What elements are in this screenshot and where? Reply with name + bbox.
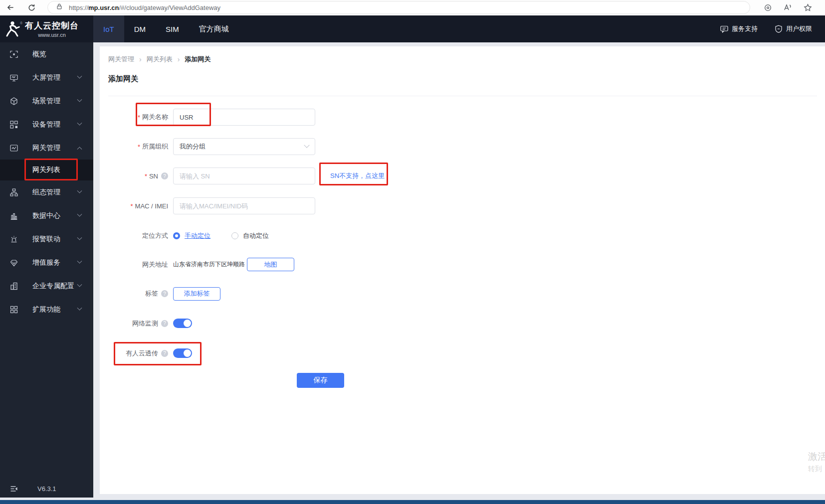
extend-icon xyxy=(10,306,18,314)
refresh-icon[interactable] xyxy=(26,2,37,13)
tags-label: 标签? xyxy=(100,289,173,298)
back-icon[interactable] xyxy=(5,2,16,13)
top-navbar: ® 有人云控制台 www.usr.cn IoT DM SIM 官方商城 服务支持… xyxy=(0,15,825,42)
usr-person-icon xyxy=(5,20,21,37)
sidebar-item-screen-mgmt[interactable]: 大屏管理 xyxy=(0,66,93,89)
shield-icon xyxy=(775,25,783,33)
tab-sim[interactable]: SIM xyxy=(156,15,189,42)
sidebar-item-label: 场景管理 xyxy=(32,97,60,106)
sidebar-item-label: 组态管理 xyxy=(32,188,60,197)
hmi-icon xyxy=(10,188,18,196)
sidebar-item-overview[interactable]: 概览 xyxy=(0,42,93,66)
chevron-down-icon xyxy=(77,188,82,193)
mac-imei-input[interactable] xyxy=(173,197,315,214)
chevron-up-icon xyxy=(77,147,82,152)
sidebar-item-gateway-list-active[interactable]: 网关列表 xyxy=(0,160,93,180)
tab-iot[interactable]: IoT xyxy=(93,15,124,42)
cloud-passthrough-help-icon[interactable]: ? xyxy=(161,350,168,357)
network-monitor-toggle-on[interactable] xyxy=(173,319,192,328)
scene-icon xyxy=(10,97,18,105)
network-monitor-help-icon[interactable]: ? xyxy=(161,320,168,327)
organization-select[interactable]: 我的分组 xyxy=(173,138,315,155)
sidebar-item-enterprise-config[interactable]: 企业专属配置 xyxy=(0,274,93,298)
sidebar: 概览 大屏管理 场景管理 设备管理 网关管理 网关列表 组态管理 xyxy=(0,42,93,498)
sidebar-item-extended-features[interactable]: 扩展功能 xyxy=(0,298,93,321)
favorite-star-icon[interactable] xyxy=(802,2,813,13)
header-divider xyxy=(108,96,817,96)
breadcrumb-gateway-list[interactable]: 网关列表 xyxy=(147,55,173,64)
geolocation-icon[interactable] xyxy=(762,2,773,13)
breadcrumb-separator-icon: › xyxy=(139,55,142,63)
map-button[interactable]: 地图 xyxy=(247,258,294,271)
sidebar-item-scene-mgmt[interactable]: 场景管理 xyxy=(0,89,93,113)
form-row-cloud-passthrough: 有人云透传? xyxy=(100,348,192,358)
version-label: V6.3.1 xyxy=(37,485,56,493)
collapse-sidebar-icon[interactable] xyxy=(10,485,18,493)
form-row-address: 网关地址 山东省济南市历下区坤顺路 地图 xyxy=(100,258,294,271)
sidebar-item-hmi-mgmt[interactable]: 组态管理 xyxy=(0,180,93,204)
sidebar-item-label: 增值服务 xyxy=(32,258,60,267)
radio-manual-label[interactable]: 手动定位 xyxy=(185,231,210,240)
enterprise-icon xyxy=(10,282,18,290)
chevron-down-icon xyxy=(304,143,309,148)
required-star: * xyxy=(130,202,133,210)
add-tag-button[interactable]: 添加标签 xyxy=(173,287,220,301)
url-text: https://mp.usr.cn/#/cloud/gateway/ViewAd… xyxy=(69,4,220,11)
value-added-icon xyxy=(10,259,18,267)
save-button[interactable]: 保存 xyxy=(297,373,344,388)
user-permission-link[interactable]: 用户权限 xyxy=(775,24,812,33)
organization-label: *所属组织 xyxy=(100,142,173,151)
sidebar-item-device-mgmt[interactable]: 设备管理 xyxy=(0,113,93,136)
read-aloud-icon[interactable] xyxy=(782,2,793,13)
lock-icon xyxy=(56,3,63,12)
network-monitor-label: 网络监测? xyxy=(100,319,173,328)
tab-dm[interactable]: DM xyxy=(124,15,156,42)
sidebar-item-alarm-linkage[interactable]: 报警联动 xyxy=(0,227,93,251)
sn-not-supported-link[interactable]: SN不支持，点这里 xyxy=(330,171,385,180)
radio-manual-selected[interactable] xyxy=(173,232,180,239)
radio-auto-unselected[interactable] xyxy=(231,232,238,239)
screen: https://mp.usr.cn/#/cloud/gateway/ViewAd… xyxy=(0,0,825,504)
service-support-link[interactable]: 服务支持 xyxy=(720,24,758,33)
sidebar-item-label: 报警联动 xyxy=(32,235,60,244)
chevron-down-icon xyxy=(77,97,82,102)
chevron-down-icon xyxy=(77,121,82,126)
gateway-name-input[interactable] xyxy=(173,109,315,126)
logo-subtitle: www.usr.cn xyxy=(25,32,79,38)
chevron-down-icon xyxy=(77,306,82,311)
address-bar[interactable]: https://mp.usr.cn/#/cloud/gateway/ViewAd… xyxy=(47,1,750,14)
radio-auto-label[interactable]: 自动定位 xyxy=(243,231,269,240)
chat-icon xyxy=(720,25,728,33)
positioning-radio-group: 手动定位 自动定位 xyxy=(173,231,269,240)
tags-help-icon[interactable]: ? xyxy=(161,290,168,297)
required-star: * xyxy=(138,114,140,121)
sidebar-item-label: 概览 xyxy=(32,50,46,59)
tab-official-mall[interactable]: 官方商城 xyxy=(189,15,239,42)
cloud-passthrough-label: 有人云透传? xyxy=(100,349,173,358)
brand-logo[interactable]: ® 有人云控制台 www.usr.cn xyxy=(0,15,93,42)
gateway-icon xyxy=(10,144,18,152)
chevron-down-icon xyxy=(77,235,82,240)
sidebar-item-data-center[interactable]: 数据中心 xyxy=(0,204,93,227)
sidebar-item-label: 扩展功能 xyxy=(32,305,60,314)
address-value: 山东省济南市历下区坤顺路 xyxy=(173,260,245,269)
address-label: 网关地址 xyxy=(100,260,173,269)
sidebar-item-gateway-mgmt[interactable]: 网关管理 xyxy=(0,136,93,160)
sn-help-icon[interactable]: ? xyxy=(161,172,168,179)
required-star: * xyxy=(145,172,147,180)
sidebar-item-label: 数据中心 xyxy=(32,211,60,220)
sidebar-item-value-added[interactable]: 增值服务 xyxy=(0,251,93,274)
page-title: 添加网关 xyxy=(108,74,138,84)
form-row-network-monitor: 网络监测? xyxy=(100,319,192,328)
chevron-down-icon xyxy=(77,259,82,264)
organization-selected-value: 我的分组 xyxy=(180,142,206,151)
sn-input[interactable] xyxy=(173,168,315,184)
cloud-passthrough-toggle-on[interactable] xyxy=(173,348,192,358)
bottom-blue-strip xyxy=(0,500,825,504)
alarm-icon xyxy=(10,235,18,243)
breadcrumb-gateway-mgmt[interactable]: 网关管理 xyxy=(108,55,134,64)
form-row-organization: *所属组织 我的分组 xyxy=(100,138,315,155)
sidebar-subitem-label: 网关列表 xyxy=(32,166,60,174)
service-support-label: 服务支持 xyxy=(732,24,758,33)
sidebar-item-label: 设备管理 xyxy=(32,120,60,129)
